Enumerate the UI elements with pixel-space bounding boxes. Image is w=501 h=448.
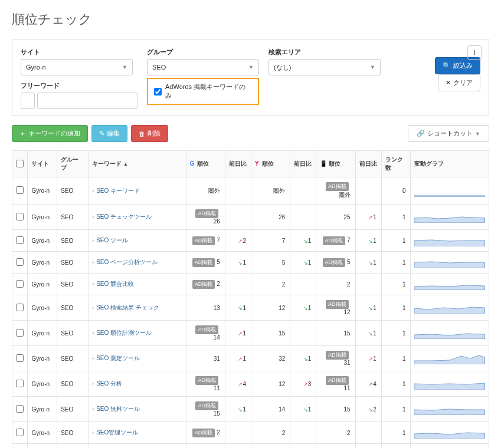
sparkline <box>414 235 485 246</box>
chevron-down-icon: ▼ <box>122 64 127 70</box>
row-checkbox[interactable] <box>16 304 24 311</box>
trash-icon: 🗑 <box>139 130 145 137</box>
edit-button[interactable]: ✎ 編集 <box>91 125 127 142</box>
cell-rankcount: 1 <box>381 252 411 274</box>
col-m-rank[interactable]: 📱 順位 <box>316 151 355 177</box>
col-g-rank[interactable]: G 順位 <box>186 151 225 177</box>
cell-g-rank: AD掲載2 <box>186 422 225 444</box>
cell-keyword[interactable]: ›SEO チェックツール <box>89 205 186 230</box>
cell-g-rank: AD掲載26 <box>186 205 225 230</box>
freeword-toggle[interactable] <box>21 93 35 109</box>
cell-rankcount: 0 <box>381 177 411 205</box>
sparkline <box>414 256 485 268</box>
cell-site: Gyro-n <box>28 274 57 295</box>
clear-button[interactable]: ✕ クリア <box>438 74 480 91</box>
col-site[interactable]: サイト <box>28 151 57 177</box>
shortcut-button[interactable]: 🔗 ショートカット ▼ <box>408 125 489 142</box>
cell-keyword[interactable]: ›SEO 無料ツール <box>89 397 186 422</box>
col-group[interactable]: グループ <box>57 151 89 177</box>
cell-y-diff <box>290 177 316 205</box>
site-select[interactable]: Gyro-n ▼ <box>21 59 133 75</box>
cell-site: Gyro-n <box>28 397 57 422</box>
ad-badge: AD掲載 <box>192 429 215 437</box>
cell-graph <box>411 230 489 252</box>
cell-y-diff: ↘1 <box>290 252 316 274</box>
cell-keyword[interactable]: ›SEO 検索結果 チェック <box>89 295 186 321</box>
col-g-diff[interactable]: 前日比 <box>225 151 251 177</box>
filter-button[interactable]: 🔍 絞込み <box>435 57 480 74</box>
cell-m-rank: 15 <box>316 321 355 346</box>
cell-keyword[interactable]: ›SEO キーワード <box>89 177 186 205</box>
cell-m-diff: ↗1 <box>355 346 381 371</box>
col-y-diff[interactable]: 前日比 <box>290 151 316 177</box>
table-row: Gyro-nSEO›SEO 測定ツール31↗132↘1AD掲載31↗11 <box>12 346 489 371</box>
group-label: グループ <box>147 48 259 57</box>
cell-keyword[interactable]: ›SEO 順位計測ツール <box>89 321 186 346</box>
cell-keyword[interactable]: ›SEO 測定ツール <box>89 346 186 371</box>
freeword-input[interactable] <box>37 93 137 109</box>
cell-rankcount: 1 <box>381 321 411 346</box>
row-checkbox[interactable] <box>16 258 24 266</box>
cell-g-diff: ↗1 <box>225 346 251 371</box>
cell-m-rank: AD掲載5 <box>316 252 355 274</box>
col-rankcount[interactable]: ランク数 <box>381 151 411 177</box>
cell-y-diff <box>290 422 316 444</box>
cell-group: SEO <box>57 177 89 205</box>
cell-group: SEO <box>57 252 89 274</box>
cell-keyword[interactable]: ›SEO ツール <box>89 230 186 252</box>
delete-button[interactable]: 🗑 削除 <box>131 125 168 142</box>
adwords-filter[interactable]: AdWords 掲載キーワードのみ <box>147 78 259 105</box>
area-select[interactable]: (なし) ▼ <box>268 59 381 75</box>
group-value: SEO <box>152 64 166 71</box>
chevron-right-icon: › <box>92 281 94 287</box>
link-icon: 🔗 <box>417 130 425 137</box>
cell-g-rank: AD掲載5 <box>186 252 225 274</box>
row-checkbox[interactable] <box>16 236 24 244</box>
col-graph[interactable]: 変動グラフ <box>411 151 489 177</box>
cell-m-diff: ↘1 <box>355 295 381 321</box>
ad-badge: AD掲載 <box>326 376 349 385</box>
cell-y-rank: 12 <box>251 295 290 321</box>
cell-site: Gyro-n <box>28 295 57 321</box>
cell-m-diff: ↘1 <box>355 230 381 252</box>
col-m-diff[interactable]: 前日比 <box>355 151 381 177</box>
row-checkbox[interactable] <box>16 429 24 436</box>
info-button[interactable]: i <box>467 45 482 60</box>
table-row: Gyro-nSEO›SEO順位88AD掲載81 <box>12 444 489 449</box>
cell-keyword[interactable]: ›SEO 分析 <box>89 371 186 397</box>
col-y-rank[interactable]: Y 順位 <box>251 151 290 177</box>
cell-rankcount: 1 <box>381 205 411 230</box>
cell-group: SEO <box>57 371 89 397</box>
row-checkbox[interactable] <box>16 354 24 362</box>
chevron-right-icon: › <box>92 188 94 194</box>
row-checkbox[interactable] <box>16 280 24 288</box>
row-checkbox[interactable] <box>16 213 24 220</box>
cell-graph <box>411 205 489 230</box>
cell-keyword[interactable]: ›SEO 競合比較 <box>89 274 186 295</box>
add-keyword-button[interactable]: ＋ キーワードの追加 <box>12 125 88 142</box>
row-checkbox[interactable] <box>16 405 24 413</box>
row-checkbox[interactable] <box>16 186 24 194</box>
select-all-checkbox[interactable] <box>16 160 24 167</box>
chevron-right-icon: › <box>92 406 94 412</box>
ad-badge: AD掲載 <box>192 258 215 267</box>
cell-keyword[interactable]: ›SEO管理ツール <box>89 422 186 444</box>
cell-m-rank: AD掲載12 <box>316 295 355 321</box>
cell-keyword[interactable]: ›SEO順位 <box>89 444 186 449</box>
cell-rankcount: 1 <box>381 397 411 422</box>
cell-group: SEO <box>57 346 89 371</box>
cell-g-rank: AD掲載2 <box>186 274 225 295</box>
col-keyword[interactable]: キーワード ▲ <box>89 151 186 177</box>
row-checkbox[interactable] <box>16 329 24 337</box>
cell-m-diff <box>355 177 381 205</box>
group-select[interactable]: SEO ▼ <box>147 59 259 75</box>
table-row: Gyro-nSEO›SEO チェックツールAD掲載262625↗11 <box>12 205 489 230</box>
ad-badge: AD掲載 <box>195 376 218 385</box>
cell-keyword[interactable]: ›SEO ページ分析ツール <box>89 252 186 274</box>
row-checkbox[interactable] <box>16 380 24 387</box>
adwords-checkbox[interactable] <box>154 88 162 95</box>
ad-badge: AD掲載 <box>326 351 349 360</box>
cell-g-rank: 圏外 <box>186 177 225 205</box>
table-row: Gyro-nSEO›SEO キーワード圏外圏外AD掲載圏外0 <box>12 177 489 205</box>
cell-group: SEO <box>57 230 89 252</box>
